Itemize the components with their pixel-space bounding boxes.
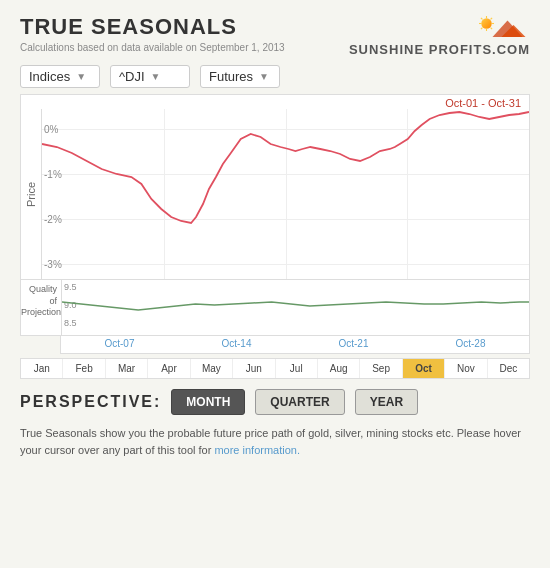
indices-dropdown[interactable]: Indices ▼ [20, 65, 100, 88]
x-axis-dates: Oct-07 Oct-14 Oct-21 Oct-28 [60, 336, 530, 354]
logo-icon [470, 14, 530, 42]
quality-section: Quality ofProjection 9.5 9.0 8.5 [20, 280, 530, 336]
title-block: TRUE SEASONALS Calculations based on dat… [20, 14, 285, 53]
indices-label: Indices [29, 69, 70, 84]
price-line-chart [42, 109, 529, 279]
price-y-axis-label: Price [21, 109, 41, 279]
symbol-arrow-icon: ▼ [151, 71, 161, 82]
svg-line-8 [491, 28, 493, 30]
month-jan[interactable]: Jan [21, 359, 63, 378]
price-chart: 0% -1% -2% -3% [41, 109, 529, 279]
futures-dropdown[interactable]: Futures ▼ [200, 65, 280, 88]
month-jul[interactable]: Jul [276, 359, 318, 378]
x-date-3: Oct-21 [295, 336, 412, 351]
svg-line-9 [491, 18, 493, 20]
svg-line-7 [481, 18, 483, 20]
month-aug[interactable]: Aug [318, 359, 360, 378]
indices-arrow-icon: ▼ [76, 71, 86, 82]
month-dec[interactable]: Dec [488, 359, 529, 378]
perspective-year-button[interactable]: YEAR [355, 389, 418, 415]
month-sep[interactable]: Sep [360, 359, 402, 378]
header: TRUE SEASONALS Calculations based on dat… [20, 14, 530, 57]
perspective-label: PERSPECTIVE: [20, 393, 161, 411]
futures-label: Futures [209, 69, 253, 84]
price-chart-wrapper: Price 0% -1% -2% -3% [21, 109, 529, 279]
month-may[interactable]: May [191, 359, 233, 378]
quality-line-chart [62, 280, 529, 335]
quality-row: Quality ofProjection 9.5 9.0 8.5 [21, 280, 529, 335]
quality-label: Quality ofProjection [21, 280, 61, 335]
price-chart-section: Oct-01 - Oct-31 Price 0% -1% [20, 94, 530, 280]
x-date-2: Oct-14 [178, 336, 295, 351]
controls-row: Indices ▼ ^DJI ▼ Futures ▼ [20, 65, 530, 88]
perspective-month-button[interactable]: MONTH [171, 389, 245, 415]
month-jun[interactable]: Jun [233, 359, 275, 378]
svg-point-2 [481, 18, 492, 29]
month-mar[interactable]: Mar [106, 359, 148, 378]
symbol-label: ^DJI [119, 69, 145, 84]
page-container: TRUE SEASONALS Calculations based on dat… [0, 0, 550, 568]
date-range-label: Oct-01 - Oct-31 [21, 95, 529, 109]
month-nav: Jan Feb Mar Apr May Jun Jul Aug Sep Oct … [20, 358, 530, 379]
description-text: True Seasonals show you the probable fut… [20, 425, 530, 458]
perspective-row: PERSPECTIVE: MONTH QUARTER YEAR [20, 389, 530, 415]
logo-text: SUNSHINE PROFITS.COM [349, 42, 530, 57]
month-oct[interactable]: Oct [403, 359, 445, 378]
x-date-1: Oct-07 [61, 336, 178, 351]
futures-arrow-icon: ▼ [259, 71, 269, 82]
logo-block: SUNSHINE PROFITS.COM [349, 14, 530, 57]
month-feb[interactable]: Feb [63, 359, 105, 378]
month-apr[interactable]: Apr [148, 359, 190, 378]
month-nov[interactable]: Nov [445, 359, 487, 378]
x-date-4: Oct-28 [412, 336, 529, 351]
page-subtitle: Calculations based on data available on … [20, 42, 285, 53]
symbol-dropdown[interactable]: ^DJI ▼ [110, 65, 190, 88]
quality-chart: 9.5 9.0 8.5 [61, 280, 529, 335]
page-title: TRUE SEASONALS [20, 14, 285, 40]
more-info-link[interactable]: more information. [214, 444, 300, 456]
svg-line-10 [481, 28, 483, 30]
perspective-quarter-button[interactable]: QUARTER [255, 389, 344, 415]
